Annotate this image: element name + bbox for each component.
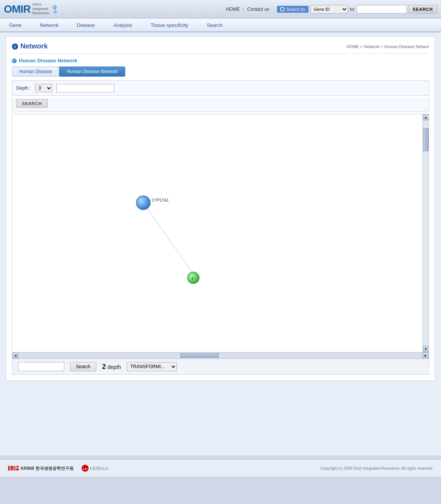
node-cyp17a1[interactable] [136,196,150,210]
sub-nav-circle-icon [12,58,17,63]
vertical-scrollbar: ▲ ▼ [423,114,429,352]
depth-select[interactable]: 1 2 3 4 5 [35,84,52,92]
svg-rect-8 [16,469,19,471]
footer-kribb-logo: KRIBB 한국생명공학연구원 [8,464,74,472]
search-magnifier-icon [280,7,285,12]
logo-dot-large [53,5,57,9]
sub-nav-title-text: Human Disease Network [19,58,77,63]
lg-icon: LG [81,464,89,472]
scroll-down-button[interactable]: ▼ [423,346,429,352]
contact-link[interactable]: Contact us [247,7,269,12]
network-svg: CYP17A1 1 [12,114,423,352]
scroll-track-h [18,353,423,358]
depth-label: Depth : [16,85,31,91]
tab-human-disease[interactable]: Human Disease [12,67,59,77]
logo-dots [53,5,57,13]
sub-nav-title: Human Disease Network [12,58,429,63]
info-icon: i [12,43,18,50]
network-search-controls: Depth : 1 2 3 4 5 CYP17A1 [12,80,429,96]
scroll-right-button[interactable]: ► [423,352,429,359]
section-title-text: Network [20,42,48,50]
kribb-text: KRIBB 한국생명공학연구원 [21,466,74,471]
svg-rect-5 [14,466,15,471]
breadcrumb: HOME > Network > Human Disease Networ [346,44,429,49]
top-nav: HOME | Contact us [226,7,270,12]
logo: OMIR omics Integrated Resources [4,2,49,16]
page-section: i Network HOME > Network > Human Disease… [6,36,435,381]
network-edge [143,203,193,274]
bottom-select[interactable]: TRANSFORMI... OPTION 2 OPTION 3 [127,362,177,371]
depth-display: 2 depth [102,363,121,371]
bottom-search-input[interactable] [18,362,64,371]
logo-subtitle-resources: Resources [32,11,49,16]
search-by-select[interactable]: Gene ID Gene Symbol Disease Keyword [310,5,348,13]
search-by-label: Search by [277,6,309,13]
logo-subtitle-block: omics Integrated Resources [32,2,49,16]
svg-rect-4 [12,466,13,471]
main-nav: Gene Network Disease Analysis Tissue spe… [0,18,441,32]
tab-human-disease-network[interactable]: Human Disease Network [59,67,125,77]
nav-tissue-specificity[interactable]: Tissue specificity [149,19,190,31]
footer-copyright: Copyright (c) 2009 Omir Integrated Resou… [320,466,433,471]
scroll-thumb-v[interactable] [423,128,429,151]
network-search-button[interactable]: SEARCH [16,99,48,108]
top-search-button[interactable]: SEARCH [409,5,437,13]
nav-network[interactable]: Network [39,19,60,31]
nav-analysis[interactable]: Analysis [112,19,133,31]
scroll-left-button[interactable]: ◄ [12,352,18,359]
scroll-up-button[interactable]: ▲ [423,114,429,120]
bottom-search-button[interactable]: Search [70,362,96,371]
footer-logos: KRIBB 한국생명공학연구원 LG LG연시스 [8,464,109,472]
top-search-bar: Search by Gene ID Gene Symbol Disease Ke… [277,5,437,13]
svg-rect-6 [16,466,19,467]
node-number-label: 1 [191,276,193,280]
sub-nav-section: Human Disease Network [12,58,429,63]
top-search-input[interactable] [357,5,407,13]
nav-disease[interactable]: Disease [75,19,97,31]
logo-area: OMIR omics Integrated Resources [4,2,57,16]
network-area: CYP17A1 1 ▲ ▼ [12,114,429,352]
svg-rect-7 [16,468,19,469]
top-bar: OMIR omics Integrated Resources HOME | C… [0,0,441,18]
top-right-area: HOME | Contact us Search by Gene ID Gene… [226,5,437,13]
footer: KRIBB 한국생명공학연구원 LG LG연시스 Copyright (c) 2… [0,459,441,477]
kribb-icon [8,464,19,472]
for-label: for [350,7,355,12]
lg-text: LG연시스 [90,466,109,471]
network-search-input[interactable]: CYP17A1 [56,84,114,92]
section-header: i Network HOME > Network > Human Disease… [12,42,429,54]
search-by-text: Search by [286,7,305,12]
logo-omir-text: OMIR [4,3,30,15]
content-wrapper: i Network HOME > Network > Human Disease… [0,32,441,456]
depth-display-text: depth [106,364,121,370]
scroll-thumb-h[interactable] [180,353,219,358]
bottom-controls: Search 2 depth TRANSFORMI... OPTION 2 OP… [12,359,429,375]
node-cyp17a1-label: CYP17A1 [152,198,169,202]
logo-subtitle-integrated: Integrated [32,7,49,12]
horizontal-scrollbar: ◄ ► [12,352,429,359]
footer-lg-logo: LG LG연시스 [81,464,109,472]
home-link[interactable]: HOME [226,7,240,12]
svg-rect-0 [8,466,10,471]
svg-text:LG: LG [83,467,87,471]
logo-dot-small [54,10,57,13]
nav-separator: | [243,7,244,12]
nav-search[interactable]: Search [205,19,224,31]
logo-subtitle-omics: omics [32,2,49,7]
section-title-area: i Network [12,42,48,50]
nav-gene[interactable]: Gene [8,19,23,31]
scroll-track-v [423,120,429,346]
tab-bar: Human Disease Human Disease Network [12,67,429,77]
